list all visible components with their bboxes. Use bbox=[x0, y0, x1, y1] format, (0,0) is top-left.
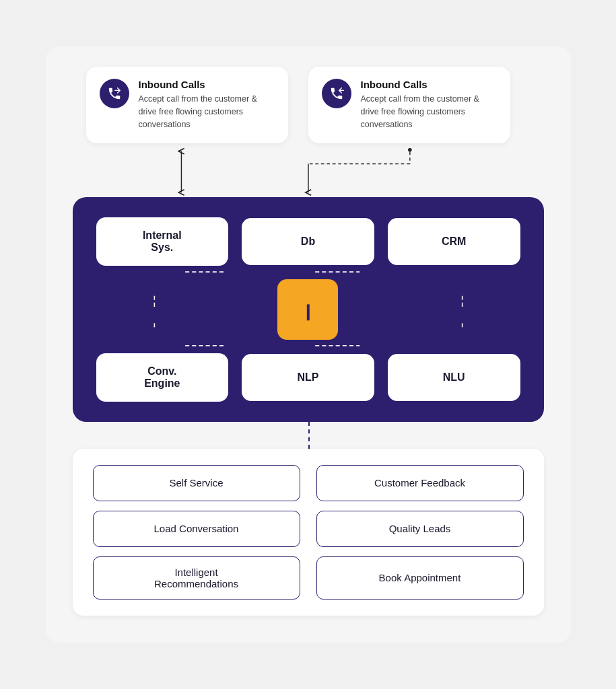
inbound-card-left-desc: Accept call from the customer & drive fr… bbox=[139, 93, 275, 131]
load-conversation-item: Load Conversation bbox=[93, 511, 300, 547]
crm-box: CRM bbox=[388, 218, 520, 265]
phone-icon-right bbox=[322, 79, 351, 108]
inbound-card-right-title: Inbound Calls bbox=[361, 79, 497, 90]
db-box: Db bbox=[242, 218, 374, 265]
self-service-item: Self Service bbox=[93, 465, 300, 501]
inbound-card-left-title: Inbound Calls bbox=[139, 79, 275, 90]
connector-dashed-line bbox=[308, 422, 310, 449]
nlu-box: NLU bbox=[388, 354, 520, 401]
internal-sys-box: Internal Sys. bbox=[96, 217, 229, 266]
outcomes-grid: Self Service Customer Feedback Load Conv… bbox=[93, 465, 524, 600]
center-logo: ꞁ bbox=[277, 279, 338, 340]
inbound-card-left-text: Inbound Calls Accept call from the custo… bbox=[139, 79, 275, 131]
inbound-card-right-desc: Accept call from the customer & drive fr… bbox=[361, 93, 497, 131]
book-appointment-item: Book Appointment bbox=[316, 556, 524, 600]
inbound-card-right: Inbound Calls Accept call from the custo… bbox=[308, 67, 510, 143]
conv-engine-box: Conv. Engine bbox=[96, 353, 229, 402]
customer-feedback-item: Customer Feedback bbox=[316, 465, 524, 501]
intelligent-recommendations-item: Intelligent Recommendations bbox=[93, 556, 300, 600]
inbound-card-right-text: Inbound Calls Accept call from the custo… bbox=[361, 79, 497, 131]
quality-leads-item: Quality Leads bbox=[316, 511, 524, 547]
arrow-section bbox=[86, 143, 531, 197]
top-cards: Inbound Calls Accept call from the custo… bbox=[73, 67, 544, 143]
panel-grid: Internal Sys. Db CRM ꞁ bbox=[96, 217, 520, 402]
dark-panel: Internal Sys. Db CRM ꞁ bbox=[73, 197, 544, 422]
nlp-box: NLP bbox=[242, 354, 374, 401]
svg-point-1 bbox=[408, 148, 412, 152]
outcomes-box: Self Service Customer Feedback Load Conv… bbox=[73, 449, 544, 616]
connector-area bbox=[73, 422, 544, 449]
main-container: Inbound Calls Accept call from the custo… bbox=[46, 46, 571, 642]
svg-text:ꞁ: ꞁ bbox=[305, 298, 310, 321]
inbound-card-left: Inbound Calls Accept call from the custo… bbox=[86, 67, 288, 143]
phone-icon-left bbox=[100, 79, 129, 108]
